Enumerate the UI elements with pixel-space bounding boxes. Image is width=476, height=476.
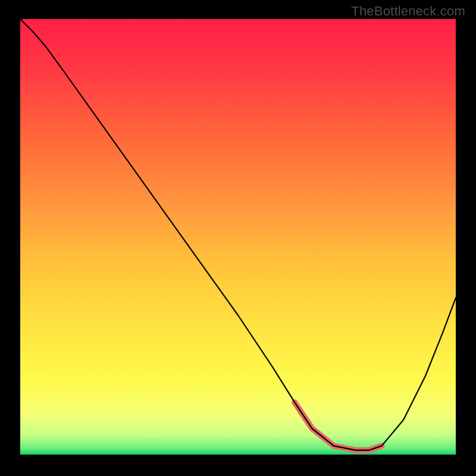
chart-plot-area bbox=[20, 19, 456, 455]
chart-frame: TheBottleneck.com bbox=[0, 0, 476, 476]
watermark-text: TheBottleneck.com bbox=[351, 4, 465, 19]
chart-svg bbox=[20, 19, 456, 455]
gradient-background bbox=[20, 19, 456, 455]
